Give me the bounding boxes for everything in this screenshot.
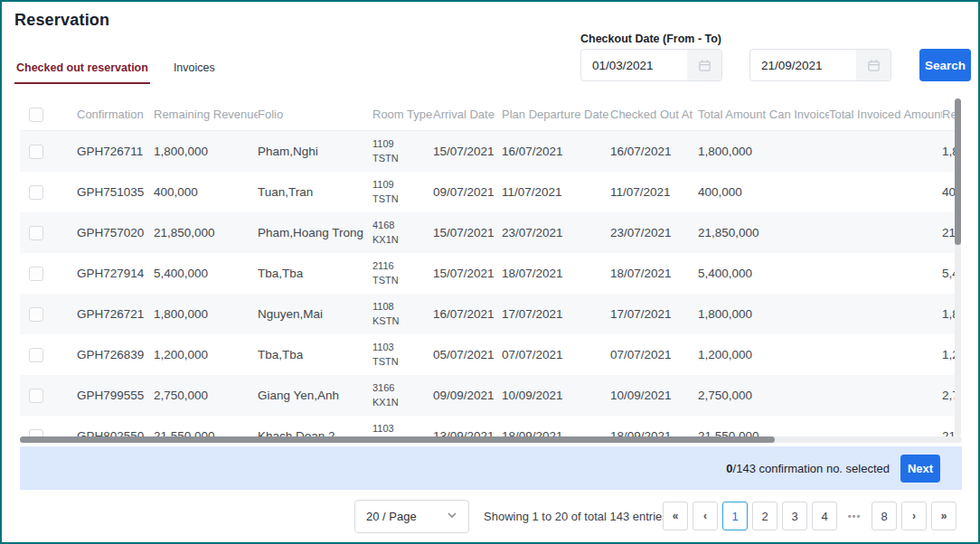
cell-checked-out-at: 10/09/2021 — [610, 389, 698, 402]
row-checkbox[interactable] — [29, 267, 43, 281]
search-button[interactable]: Search — [919, 49, 971, 81]
cell-remaining-revenue: 5,400,000 — [154, 267, 258, 280]
cell-arrival-date: 09/07/2021 — [433, 185, 502, 199]
row-checkbox-cell — [20, 307, 77, 322]
cell-confirmation: GPH802550 — [77, 429, 154, 436]
checkout-date-to-input[interactable]: 21/09/2021 — [749, 49, 891, 81]
room-type-lines: 1109TSTN — [372, 178, 426, 207]
row-checkbox[interactable] — [29, 145, 43, 159]
row-checkbox[interactable] — [29, 348, 43, 362]
pagination-page-3[interactable]: 3 — [782, 502, 807, 530]
cell-checked-out-at: 18/07/2021 — [610, 267, 698, 280]
tab-bar: Checked out reservation Invoices — [14, 60, 217, 84]
cell-checked-out-at: 23/07/2021 — [610, 226, 698, 239]
header-plan-departure-date: Plan Departure Date — [502, 108, 610, 121]
pagination-first-icon[interactable]: « — [663, 502, 688, 530]
cell-folio: Tuan,Tran — [258, 185, 372, 199]
row-checkbox[interactable] — [29, 429, 43, 437]
cell-arrival-date: 15/07/2021 — [433, 267, 502, 280]
room-type-lines: 1103TSTN — [372, 341, 426, 370]
cell-checked-out-at: 18/09/2021 — [610, 429, 698, 436]
cell-plan-departure-date: 17/07/2021 — [502, 307, 610, 321]
cell-folio: Nguyen,Mai — [258, 307, 372, 321]
cell-arrival-date: 09/09/2021 — [433, 389, 502, 402]
checkout-date-label: Checkout Date (From - To) — [580, 33, 721, 45]
page-size-select[interactable]: 20 / Page — [354, 500, 469, 533]
selection-bar: 0/143 confirmation no. selected Next — [20, 446, 962, 490]
tab-invoices[interactable]: Invoices — [172, 60, 217, 84]
pagination-next-icon[interactable]: › — [901, 502, 927, 530]
cell-remaining: 21,550,000 — [942, 429, 955, 436]
table-body: GPH7267111,800,000Pham,Nghi1109TSTN15/07… — [20, 131, 955, 436]
room-number: 1108 — [372, 300, 426, 314]
room-number: 1103 — [372, 422, 426, 436]
room-number: 3166 — [372, 381, 426, 396]
table-row: GPH7267211,800,000Nguyen,Mai1108KSTN16/0… — [20, 294, 955, 334]
checkout-date-from-input[interactable]: 01/03/2021 — [580, 49, 722, 81]
page-size-value: 20 / Page — [366, 510, 417, 523]
cell-remaining: 1,200,000 — [942, 348, 955, 361]
cell-remaining-revenue: 1,800,000 — [154, 307, 258, 321]
cell-total-amount-can-invoice: 2,750,000 — [698, 389, 829, 402]
cell-arrival-date: 16/07/2021 — [433, 307, 502, 321]
cell-room-type: 4168KX1N — [372, 219, 433, 248]
cell-arrival-date: 15/07/2021 — [433, 226, 502, 239]
vertical-scrollbar-thumb[interactable] — [955, 98, 961, 245]
pagination-page-4[interactable]: 4 — [812, 502, 837, 530]
row-checkbox-cell — [20, 267, 77, 281]
cell-remaining-revenue: 1,200,000 — [154, 348, 258, 361]
cell-total-amount-can-invoice: 400,000 — [698, 185, 829, 199]
cell-plan-departure-date: 18/09/2021 — [502, 429, 610, 436]
pagination-page-8[interactable]: 8 — [872, 502, 897, 530]
row-checkbox[interactable] — [29, 389, 43, 403]
header-remaining-revenue: Remaining Revenue — [154, 108, 258, 121]
cell-plan-departure-date: 16/07/2021 — [502, 145, 610, 158]
cell-plan-departure-date: 10/09/2021 — [502, 389, 610, 402]
cell-checked-out-at: 11/07/2021 — [610, 185, 698, 199]
table-row: GPH7268391,200,000Tba,Tba1103TSTN05/07/2… — [20, 334, 955, 375]
pagination-page-2[interactable]: 2 — [752, 502, 777, 530]
table-row: GPH7267111,800,000Pham,Nghi1109TSTN15/07… — [20, 131, 955, 172]
cell-folio: Pham,Hoang Trong — [258, 226, 372, 239]
header-checked-out-at: Checked Out At — [610, 108, 698, 121]
room-type-code: TSTN — [372, 274, 426, 288]
cell-room-type: 3166KX1N — [372, 381, 433, 410]
cell-plan-departure-date: 11/07/2021 — [502, 185, 610, 199]
room-number: 2116 — [372, 259, 426, 274]
cell-room-type: 1109TSTN — [372, 137, 433, 166]
next-button[interactable]: Next — [900, 455, 940, 483]
vertical-scrollbar[interactable] — [955, 98, 961, 436]
cell-room-type: 1103TSTN — [372, 422, 433, 436]
cell-total-amount-can-invoice: 21,550,000 — [698, 429, 829, 436]
horizontal-scrollbar[interactable] — [20, 436, 962, 443]
pagination-last-icon[interactable]: » — [931, 502, 956, 530]
cell-plan-departure-date: 07/07/2021 — [502, 348, 610, 361]
row-checkbox-cell — [20, 429, 77, 437]
header-total-invoiced-amount: Total Invoiced Amount — [829, 108, 942, 121]
room-type-code: KSTN — [372, 314, 426, 329]
room-type-lines: 3166KX1N — [372, 381, 426, 410]
select-all-checkbox[interactable] — [29, 108, 43, 122]
room-number: 1109 — [372, 137, 426, 152]
cell-remaining: 21,850,000 — [942, 226, 955, 239]
header-arrival-date: Arrival Date — [433, 108, 502, 121]
horizontal-scrollbar-thumb[interactable] — [20, 436, 775, 443]
header-folio: Folio — [258, 108, 372, 121]
row-checkbox[interactable] — [29, 226, 43, 240]
selected-text: /143 confirmation no. selected — [733, 462, 890, 475]
pagination-page-1[interactable]: 1 — [722, 502, 748, 530]
row-checkbox[interactable] — [29, 307, 43, 322]
row-checkbox[interactable] — [29, 185, 43, 200]
table-row: GPH751035400,000Tuan,Tran1109TSTN09/07/2… — [20, 172, 955, 212]
calendar-icon[interactable] — [687, 50, 721, 80]
pagination-prev-icon[interactable]: ‹ — [693, 502, 718, 530]
cell-room-type: 1109TSTN — [372, 178, 433, 207]
room-type-code: TSTN — [372, 152, 426, 166]
tab-checked-out-reservation[interactable]: Checked out reservation — [14, 60, 150, 84]
cell-remaining: 2,750,000 — [942, 389, 955, 402]
calendar-icon[interactable] — [856, 50, 890, 80]
pagination-ellipsis: ••• — [842, 502, 867, 530]
selection-summary: 0/143 confirmation no. selected — [726, 462, 890, 475]
table-row: GPH80255021,550,000Khach Doan,21103TSTN1… — [20, 416, 955, 436]
cell-remaining: 1,800,000 — [942, 307, 955, 321]
